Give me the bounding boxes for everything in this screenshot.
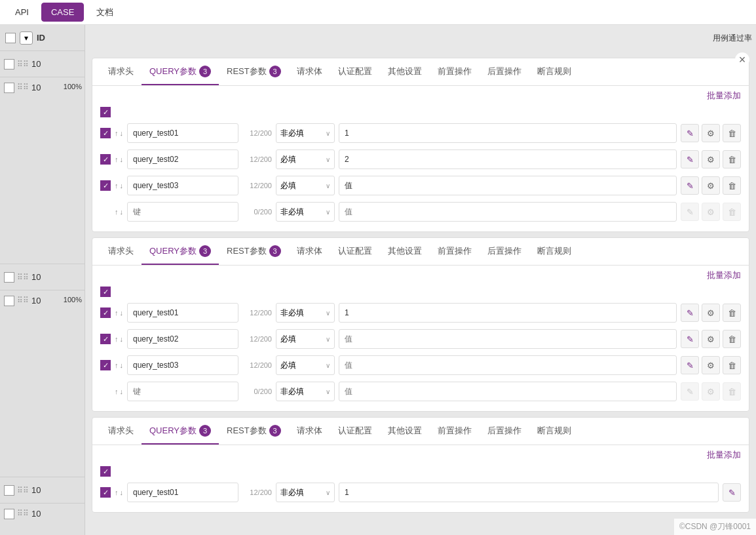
card2-p2-required[interactable]: 必填∨ [276, 329, 335, 349]
card1-p2-checkbox[interactable]: ✓ [100, 154, 111, 165]
card2-tab-query[interactable]: QUERY参数3 [142, 239, 219, 265]
card1-p3-up[interactable]: ↑ [115, 182, 119, 189]
card2-p2-delete[interactable]: 🗑 [723, 330, 741, 348]
card3-p1-up[interactable]: ↑ [115, 488, 119, 496]
select-all-checkbox[interactable] [5, 33, 16, 43]
card2-p1-name[interactable] [127, 303, 238, 323]
card2-p1-required[interactable]: 非必填∨ [276, 303, 335, 323]
card2-p4-settings[interactable]: ⚙ [702, 382, 720, 401]
card2-p3-required[interactable]: 必填∨ [276, 355, 335, 375]
card1-p3-name[interactable] [127, 176, 238, 195]
card3-bulk-add-btn[interactable]: 批量添加 [707, 449, 741, 461]
card1-p3-delete-btn[interactable]: 🗑 [723, 176, 741, 195]
card1-p4-up[interactable]: ↑ [115, 208, 119, 216]
card3-tab-auth[interactable]: 认证配置 [330, 418, 380, 445]
card2-p1-value[interactable] [339, 303, 677, 323]
card2-p1-up[interactable]: ↑ [115, 309, 119, 317]
card2-p1-checkbox[interactable]: ✓ [100, 307, 111, 318]
card1-p2-name[interactable] [127, 149, 238, 169]
card3-master-checkbox[interactable]: ✓ [100, 466, 111, 477]
card2-p1-delete[interactable]: 🗑 [723, 304, 741, 322]
card3-p1-checkbox[interactable]: ✓ [100, 487, 111, 498]
card1-p2-required[interactable]: 必填 ∨ [276, 149, 335, 169]
card1-p3-value[interactable] [339, 176, 677, 195]
row5-checkbox[interactable] [4, 485, 14, 496]
card3-tab-assert[interactable]: 断言规则 [529, 418, 579, 445]
card2-p3-settings[interactable]: ⚙ [702, 356, 720, 374]
card2-bulk-add-btn[interactable]: 批量添加 [707, 269, 741, 281]
card1-p2-up[interactable]: ↑ [115, 155, 119, 163]
card2-p4-down[interactable]: ↓ [120, 387, 124, 395]
card1-p2-down[interactable]: ↓ [120, 155, 124, 163]
card2-p2-up[interactable]: ↑ [115, 335, 119, 343]
card1-master-checkbox[interactable]: ✓ [100, 107, 111, 117]
row4-checkbox[interactable] [4, 296, 14, 306]
card2-p2-settings[interactable]: ⚙ [702, 330, 720, 348]
card1-p1-checkbox[interactable]: ✓ [100, 128, 111, 138]
card3-p1-edit[interactable]: ✎ [723, 483, 741, 502]
row6-checkbox[interactable] [4, 509, 14, 519]
card2-p3-delete[interactable]: 🗑 [723, 356, 741, 374]
card2-master-checkbox[interactable]: ✓ [100, 287, 111, 297]
card1-p4-required[interactable]: 非必填 ∨ [276, 202, 335, 222]
card2-tab-body[interactable]: 请求体 [289, 239, 330, 265]
card1-p1-edit-btn[interactable]: ✎ [681, 124, 699, 142]
card1-tab-query[interactable]: QUERY参数3 [142, 59, 219, 85]
card2-tab-post[interactable]: 后置操作 [480, 239, 529, 265]
tab-doc[interactable]: 文档 [86, 2, 123, 23]
card1-p3-edit-btn[interactable]: ✎ [681, 176, 699, 195]
card3-tab-body[interactable]: 请求体 [289, 418, 330, 445]
card2-p2-value[interactable] [339, 329, 677, 349]
card2-tab-header[interactable]: 请求头 [100, 239, 142, 265]
card2-p4-up[interactable]: ↑ [115, 387, 119, 395]
card3-tab-rest[interactable]: REST参数3 [219, 418, 289, 445]
card2-p1-settings[interactable]: ⚙ [702, 304, 720, 322]
card2-p4-value[interactable] [339, 382, 677, 401]
card1-p1-settings-btn[interactable]: ⚙ [702, 124, 720, 142]
card1-tab-rest[interactable]: REST参数3 [219, 59, 289, 85]
card1-p1-delete-btn[interactable]: 🗑 [723, 124, 741, 142]
card3-tab-header[interactable]: 请求头 [100, 418, 142, 445]
card2-p4-required[interactable]: 非必填∨ [276, 382, 335, 401]
card2-p3-up[interactable]: ↑ [115, 361, 119, 369]
tab-api[interactable]: API [5, 3, 39, 22]
card2-tab-auth[interactable]: 认证配置 [330, 239, 380, 265]
card2-p4-delete[interactable]: 🗑 [723, 382, 741, 401]
card3-p1-required[interactable]: 非必填∨ [276, 483, 335, 502]
card1-p1-down[interactable]: ↓ [120, 129, 124, 137]
card1-p4-edit-btn[interactable]: ✎ [681, 203, 699, 221]
card2-p2-name[interactable] [127, 329, 238, 349]
card1-tab-post[interactable]: 后置操作 [480, 59, 529, 85]
card1-bulk-add-btn[interactable]: 批量添加 [707, 90, 741, 102]
card2-p2-edit[interactable]: ✎ [681, 330, 699, 348]
card1-tab-auth[interactable]: 认证配置 [330, 59, 380, 85]
card1-p2-value[interactable] [339, 149, 677, 169]
row3-checkbox[interactable] [4, 272, 14, 283]
card1-p4-name[interactable] [127, 202, 238, 222]
card1-p1-required[interactable]: 非必填 ∨ [276, 123, 335, 143]
card1-p3-settings-btn[interactable]: ⚙ [702, 176, 720, 195]
card1-p2-settings-btn[interactable]: ⚙ [702, 150, 720, 168]
close-button[interactable]: × [735, 52, 749, 67]
card2-p3-name[interactable] [127, 355, 238, 375]
card3-tab-other[interactable]: 其他设置 [380, 418, 430, 445]
card1-p4-down[interactable]: ↓ [120, 208, 124, 216]
row2-checkbox[interactable] [4, 83, 14, 93]
card2-p3-checkbox[interactable]: ✓ [100, 360, 111, 370]
card2-tab-pre[interactable]: 前置操作 [430, 239, 480, 265]
card1-p1-up[interactable]: ↑ [115, 129, 119, 137]
card1-tab-other[interactable]: 其他设置 [380, 59, 430, 85]
card1-p3-required[interactable]: 必填 ∨ [276, 176, 335, 195]
card2-p2-checkbox[interactable]: ✓ [100, 334, 111, 344]
card3-tab-pre[interactable]: 前置操作 [430, 418, 480, 445]
card2-tab-rest[interactable]: REST参数3 [219, 239, 289, 265]
card1-p2-edit-btn[interactable]: ✎ [681, 150, 699, 168]
card2-p3-edit[interactable]: ✎ [681, 356, 699, 374]
column-dropdown[interactable]: ▾ [20, 31, 33, 45]
card2-p3-down[interactable]: ↓ [120, 361, 124, 369]
card1-p4-value[interactable] [339, 202, 677, 222]
card1-p3-down[interactable]: ↓ [120, 182, 124, 189]
card2-p4-edit[interactable]: ✎ [681, 382, 699, 401]
card1-p2-delete-btn[interactable]: 🗑 [723, 150, 741, 168]
card3-tab-post[interactable]: 后置操作 [480, 418, 529, 445]
